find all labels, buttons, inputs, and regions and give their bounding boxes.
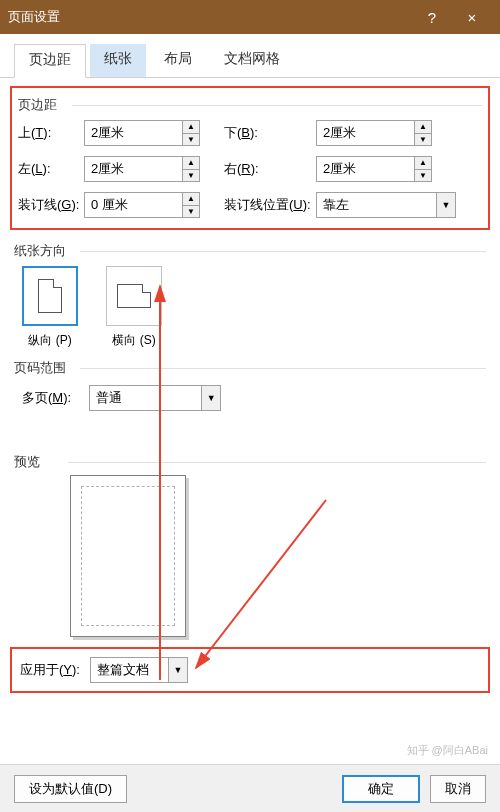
margin-bottom-input[interactable] — [316, 120, 414, 146]
margin-left-spinner[interactable]: ▲▼ — [84, 156, 200, 182]
portrait-label: 纵向 (P) — [22, 332, 78, 349]
multipage-label: 多页(M): — [22, 389, 71, 407]
chevron-down-icon[interactable]: ▼ — [168, 657, 188, 683]
multipage-value: 普通 — [89, 385, 201, 411]
landscape-label: 横向 (S) — [106, 332, 162, 349]
tab-margins[interactable]: 页边距 — [14, 44, 86, 78]
spinner-up-icon[interactable]: ▲ — [415, 121, 431, 134]
chevron-down-icon[interactable]: ▼ — [201, 385, 221, 411]
margin-top-spinner[interactable]: ▲▼ — [84, 120, 200, 146]
orientation-group: 纸张方向 纵向 (P) 横向 (S) — [14, 242, 486, 349]
preview-group: 预览 — [14, 453, 486, 637]
margin-bottom-label: 下(B): — [224, 124, 316, 142]
margins-highlight-box: 页边距 上(T): ▲▼ 下(B): ▲▼ 左(L): ▲▼ 右(R): ▲▼ … — [10, 86, 490, 230]
portrait-icon — [22, 266, 78, 326]
orientation-portrait[interactable]: 纵向 (P) — [22, 266, 78, 349]
spinner-up-icon[interactable]: ▲ — [183, 193, 199, 206]
pagerange-group: 页码范围 多页(M): 普通▼ — [14, 359, 486, 417]
multipage-combo[interactable]: 普通▼ — [89, 385, 221, 411]
gutter-spinner[interactable]: ▲▼ — [84, 192, 200, 218]
spinner-down-icon[interactable]: ▼ — [183, 206, 199, 218]
spinner-down-icon[interactable]: ▼ — [183, 134, 199, 146]
orientation-landscape[interactable]: 横向 (S) — [106, 266, 162, 349]
preview-page-icon — [70, 475, 186, 637]
gutter-pos-label: 装订线位置(U): — [224, 196, 316, 214]
margin-left-label: 左(L): — [18, 160, 84, 178]
gutter-pos-value: 靠左 — [316, 192, 436, 218]
apply-highlight-box: 应用于(Y): 整篇文档▼ — [10, 647, 490, 693]
chevron-down-icon[interactable]: ▼ — [436, 192, 456, 218]
cancel-button[interactable]: 取消 — [430, 775, 486, 803]
close-button[interactable]: × — [452, 9, 492, 26]
margin-bottom-spinner[interactable]: ▲▼ — [316, 120, 432, 146]
margin-right-spinner[interactable]: ▲▼ — [316, 156, 432, 182]
set-default-button[interactable]: 设为默认值(D) — [14, 775, 127, 803]
spinner-up-icon[interactable]: ▲ — [183, 157, 199, 170]
tab-strip: 页边距 纸张 布局 文档网格 — [0, 34, 500, 78]
spinner-down-icon[interactable]: ▼ — [183, 170, 199, 182]
dialog-footer: 设为默认值(D) 确定 取消 — [0, 764, 500, 812]
margin-top-input[interactable] — [84, 120, 182, 146]
margins-group-title: 页边距 — [18, 96, 482, 114]
apply-label: 应用于(Y): — [20, 661, 80, 679]
spinner-up-icon[interactable]: ▲ — [415, 157, 431, 170]
orientation-title: 纸张方向 — [14, 242, 486, 260]
margin-right-input[interactable] — [316, 156, 414, 182]
pagerange-title: 页码范围 — [14, 359, 486, 377]
ok-button[interactable]: 确定 — [342, 775, 420, 803]
gutter-pos-combo[interactable]: 靠左▼ — [316, 192, 456, 218]
tab-paper[interactable]: 纸张 — [90, 44, 146, 77]
title-bar: 页面设置 ? × — [0, 0, 500, 34]
gutter-input[interactable] — [84, 192, 182, 218]
gutter-label: 装订线(G): — [18, 196, 84, 214]
watermark: 知乎 @阿白ABai — [407, 743, 488, 758]
margin-left-input[interactable] — [84, 156, 182, 182]
apply-value: 整篇文档 — [90, 657, 168, 683]
apply-combo[interactable]: 整篇文档▼ — [90, 657, 188, 683]
help-button[interactable]: ? — [412, 9, 452, 26]
spinner-down-icon[interactable]: ▼ — [415, 134, 431, 146]
spinner-down-icon[interactable]: ▼ — [415, 170, 431, 182]
tab-layout[interactable]: 布局 — [150, 44, 206, 77]
preview-title: 预览 — [14, 453, 486, 471]
tab-docgrid[interactable]: 文档网格 — [210, 44, 294, 77]
landscape-icon — [106, 266, 162, 326]
margin-top-label: 上(T): — [18, 124, 84, 142]
window-title: 页面设置 — [8, 8, 412, 26]
spinner-up-icon[interactable]: ▲ — [183, 121, 199, 134]
margin-right-label: 右(R): — [224, 160, 316, 178]
